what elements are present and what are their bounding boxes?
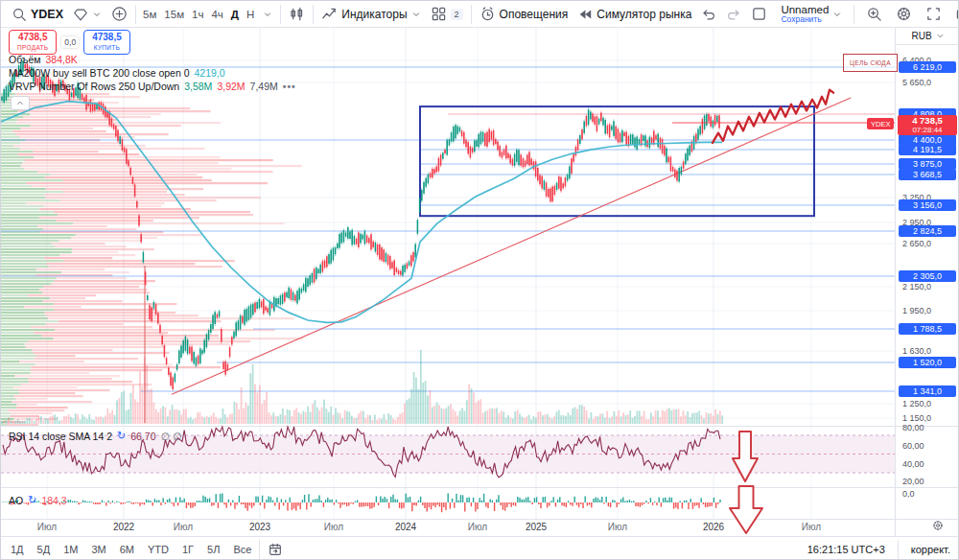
price-tick: 1 150,0 [902, 413, 931, 423]
range-button-5Л[interactable]: 5Л [207, 544, 220, 555]
save-layout-link[interactable]: Сохранить [781, 14, 821, 24]
target-label-drawing[interactable]: ЦЕЛЬ СЮДА [843, 54, 898, 72]
rewind-icon [577, 7, 593, 22]
price-tick: 0,0 [902, 489, 915, 499]
symbol-flag-button[interactable] [68, 3, 106, 26]
top-toolbar: YDEX 5м15м1ч4чДН Индикаторы 2 [1, 1, 959, 28]
vrvp-total-value: 7,49M [250, 81, 278, 92]
collapse-legend-button[interactable] [11, 96, 30, 110]
market-simulator-button[interactable]: Симулятор рынка [573, 3, 696, 26]
toolbar-separator [898, 540, 899, 559]
undo-button[interactable] [696, 3, 721, 26]
go-to-date-calendar-icon[interactable] [268, 542, 283, 557]
price-level-badge: 3 156,0 [899, 199, 956, 211]
fullscreen-button[interactable] [921, 3, 947, 26]
currency-selector[interactable]: RUB [896, 28, 959, 45]
range-button-1М[interactable]: 1М [63, 544, 78, 555]
buy-button[interactable]: 4738,5 КУПИТЬ [83, 30, 130, 55]
toolbar-separator [259, 540, 260, 559]
range-button-YTD[interactable]: YTD [148, 544, 169, 555]
price-chart[interactable] [1, 28, 895, 536]
alarm-clock-icon [480, 6, 496, 22]
toolbar-separator [280, 5, 281, 24]
sell-label: ПРОДАТЬ [17, 43, 48, 52]
time-label: 2023 [249, 522, 270, 532]
price-level-badge: 2 305,0 [899, 270, 956, 282]
toolbar-separator [471, 5, 472, 24]
timeframe-menu-button[interactable] [258, 3, 277, 26]
time-label: Июл [324, 522, 343, 532]
price-tick: 2 150,0 [902, 282, 931, 292]
range-button-5Д[interactable]: 5Д [37, 544, 51, 555]
snapshot-button[interactable] [950, 3, 959, 26]
chart-main-area: 4738,5 ПРОДАТЬ 0,0 4738,5 КУПИТЬ Объём 3… [1, 28, 959, 536]
timeframe-button-1ч[interactable]: 1ч [188, 9, 207, 20]
chevron-down-icon [936, 32, 945, 40]
ao-legend[interactable]: AO ↻ 184,3 [9, 494, 67, 506]
time-axis[interactable]: Июл2022Июл2023Июл2024Июл2025Июл2026Июл [1, 519, 895, 536]
price-level-badge: 1 520,0 [899, 357, 956, 368]
rsi-empty-values: ∅ ∅ [160, 431, 181, 442]
range-button-3М[interactable]: 3М [91, 544, 105, 555]
alerts-label: Оповещения [500, 8, 569, 21]
pane-separator [896, 519, 959, 520]
time-label: Июл [468, 522, 487, 532]
adjusted-data-toggle[interactable]: коррект. [911, 544, 950, 555]
sell-button[interactable]: 4738,5 ПРОДАТЬ [9, 30, 57, 55]
last-price-badge: 4 738,5 07:28:44 [898, 115, 957, 135]
chevron-up-icon [15, 99, 25, 107]
date-range-group: 1Д5Д1М3М6МYTD1Г5ЛВсе [11, 544, 251, 555]
redo-button[interactable] [721, 3, 746, 26]
settings-button[interactable] [891, 3, 917, 26]
alerts-button[interactable]: Оповещения [475, 3, 573, 26]
price-level-badge: 3 668,5 [899, 169, 956, 180]
price-tick: 40,00 [902, 459, 924, 469]
timeframe-button-5м[interactable]: 5м [139, 9, 160, 20]
toolbar-separator [135, 5, 136, 24]
price-tick: 60,00 [902, 441, 924, 451]
vrvp-legend[interactable]: VRVP Number Of Rows 250 Up/Down 3,58M 3,… [9, 81, 296, 92]
time-label: Июл [174, 522, 193, 532]
rsi-legend[interactable]: RSI 14 close SMA 14 2 ↻ 66,70 ∅ ∅ [9, 430, 181, 442]
timeframe-button-4ч[interactable]: 4ч [207, 9, 226, 20]
range-button-1Д[interactable]: 1Д [11, 544, 24, 555]
clock[interactable]: 16:21:15 UTC+3 [807, 544, 885, 555]
pane-separator [896, 487, 959, 488]
symbol-search-button[interactable]: YDEX [7, 3, 68, 26]
chevron-down-icon [411, 10, 421, 19]
indicators-label: Индикаторы [341, 8, 407, 21]
timeframe-button-Н[interactable]: Н [243, 9, 258, 20]
rsi-sync-icon[interactable]: ↻ [117, 430, 126, 442]
time-label: Июл [802, 522, 821, 532]
chevron-down-icon [92, 10, 102, 19]
legend-more-button[interactable]: ••• [283, 81, 296, 92]
ao-sync-icon[interactable]: ↻ [28, 494, 36, 506]
range-button-Все[interactable]: Все [233, 544, 251, 555]
price-tick: 20,00 [902, 477, 924, 486]
price-axis[interactable]: RUB 4 738,5 07:28:44 6 400,05 650,03 250… [895, 28, 959, 536]
ao-label: AO [9, 495, 23, 506]
price-level-badge: 1 341,0 [899, 385, 956, 397]
timeframe-button-15м[interactable]: 15м [160, 9, 188, 20]
timeframe-button-Д[interactable]: Д [227, 9, 243, 20]
chevron-down-icon [263, 10, 272, 19]
ma-legend[interactable]: MA200W buy sell BTC 200 close open 0 421… [9, 67, 225, 79]
chart-style-button[interactable] [284, 3, 310, 26]
last-price-value: 4 738,5 [898, 116, 957, 126]
indicators-button[interactable]: Индикаторы [316, 3, 425, 26]
layout-select-button[interactable] [746, 3, 772, 26]
range-button-6М[interactable]: 6М [120, 544, 134, 555]
chevron-down-icon [832, 10, 842, 19]
time-label: Июл [37, 522, 57, 532]
layout-templates-button[interactable]: 2 [426, 3, 468, 26]
layout-name-button[interactable]: Unnamed Сохранить [776, 3, 847, 26]
quick-search-button[interactable] [861, 3, 887, 26]
price-tick: 1 950,0 [902, 306, 931, 315]
camera-icon [955, 6, 959, 22]
axis-settings-gear-icon[interactable] [932, 520, 944, 531]
range-button-1Г[interactable]: 1Г [182, 544, 194, 555]
layout-name: Unnamed [781, 5, 829, 14]
price-level-badge: 2 824,5 [899, 225, 956, 237]
compare-button[interactable] [106, 3, 132, 26]
volume-legend[interactable]: Объём 384,8K [9, 54, 78, 65]
